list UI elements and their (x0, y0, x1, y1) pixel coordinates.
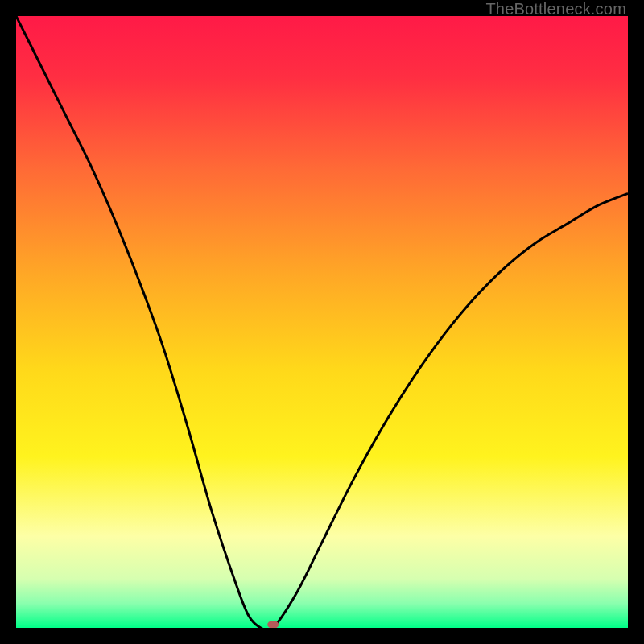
gradient-background (16, 16, 628, 628)
plot-area (16, 16, 628, 628)
bottleneck-chart (16, 16, 628, 628)
chart-frame: TheBottleneck.com (0, 0, 644, 644)
